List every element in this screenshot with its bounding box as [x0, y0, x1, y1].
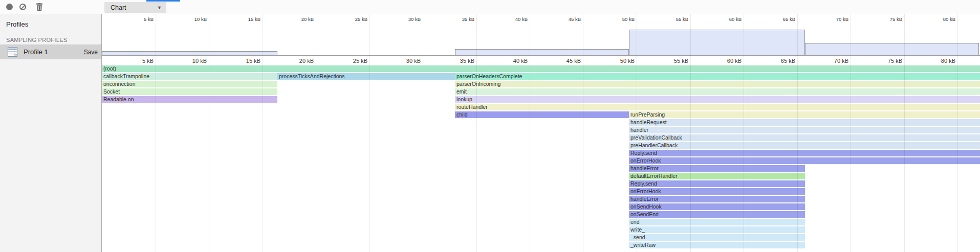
sidebar-item-profile-1[interactable]: % Profile 1 Save [0, 44, 101, 59]
flame-block-label: Reply.send [629, 150, 980, 156]
flame-block-handlerequest[interactable]: handleRequest [629, 119, 980, 126]
flame-block-prevalidationcallback[interactable]: preValidationCallback [629, 134, 980, 141]
flame-block-handler[interactable]: handler [629, 127, 980, 133]
flame-block-callbacktrampoline[interactable]: callbackTrampoline [102, 73, 277, 80]
gridline [797, 14, 798, 252]
flame-block-onconnection[interactable]: onconnection [102, 81, 277, 87]
sidebar: Profiles SAMPLING PROFILES % Profile 1 S… [0, 14, 102, 252]
flame-block-onsendend[interactable]: onSendEnd [629, 211, 805, 218]
ruler-tick-label: 40 kB [497, 16, 528, 22]
flame-block-label: handler [629, 127, 980, 133]
flame-block-label: _send [629, 234, 805, 241]
gridline [423, 14, 423, 252]
flame-block-end[interactable]: end [629, 219, 805, 225]
gridline [316, 14, 316, 252]
ruler-tick-label: 45 kB [550, 58, 581, 64]
ruler-tick-label: 55 kB [658, 16, 688, 22]
flame-block-reply-send[interactable]: Reply.send [629, 180, 805, 187]
profiles-heading: Profiles [0, 14, 101, 28]
flame-block-label: Readable.on [102, 96, 277, 103]
flame-block-defaulterrorhandler[interactable]: defaultErrorHandler [629, 173, 805, 179]
save-profile-link[interactable]: Save [84, 49, 98, 56]
flame-block-label: (root) [102, 65, 980, 72]
ruler-tick-label: 5 kB [123, 16, 154, 22]
flame-block-send[interactable]: _send [629, 234, 805, 241]
ruler-tick-label: 80 kB [925, 58, 955, 64]
flame-block-label: parserOnIncoming [455, 81, 980, 87]
chart-view-dropdown[interactable]: Chart ▼ [104, 2, 166, 13]
gridline [369, 14, 370, 252]
ruler-tick-label: 80 kB [925, 16, 955, 22]
ruler-tick-label: 40 kB [497, 58, 528, 64]
memory-profiler-window: Chart ▼ Profiles SAMPLING PROFILES % Pro… [0, 0, 980, 252]
flame-block-prehandlercallback[interactable]: preHandlerCallback [629, 142, 980, 149]
record-button[interactable] [6, 4, 13, 10]
flame-block-child[interactable]: child [455, 111, 629, 118]
flame-block-label: onSendEnd [629, 211, 805, 218]
flame-block-label: parserOnHeadersComplete [455, 73, 980, 80]
flame-block-label: preHandlerCallback [629, 142, 980, 149]
flame-block-label: handleError [629, 196, 805, 202]
flame-block-emit[interactable]: emit [455, 88, 980, 95]
flame-block-parseronheaderscomplete[interactable]: parserOnHeadersComplete [455, 73, 980, 80]
delete-profile-button[interactable] [36, 3, 43, 11]
ruler-tick-label: 20 kB [283, 16, 314, 22]
gridline [209, 14, 209, 252]
ruler-tick-label: 20 kB [283, 58, 314, 64]
flame-block-label: lookup [455, 96, 980, 103]
ruler-tick-label: 30 kB [390, 58, 421, 64]
flame-block-parseronincoming[interactable]: parserOnIncoming [455, 81, 980, 87]
flame-block-onsendhook[interactable]: onSendHook [629, 203, 805, 210]
ruler-tick-label: 70 kB [818, 16, 848, 22]
flame-block-root[interactable]: (root) [102, 65, 980, 72]
gridline [476, 14, 477, 252]
flame-block-label: write_ [629, 226, 805, 233]
ruler-tick-label: 60 kB [711, 58, 742, 64]
trash-icon [36, 3, 43, 11]
ruler-tick-label: 10 kB [176, 58, 207, 64]
ruler-tick-label: 10 kB [176, 16, 207, 22]
flame-block-write[interactable]: write_ [629, 226, 805, 233]
ruler-tick-label: 25 kB [337, 16, 367, 22]
flame-block-label: Socket [102, 88, 277, 95]
ruler-tick-label: 55 kB [658, 58, 688, 64]
flame-block-routehandler[interactable]: routeHandler [455, 104, 980, 110]
gridline [530, 14, 530, 252]
flame-block-onerrorhook[interactable]: onErrorHook [629, 188, 805, 195]
ruler-tick-label: 25 kB [337, 58, 367, 64]
flame-block-processticksandrejections[interactable]: processTicksAndRejections [277, 73, 455, 80]
table-percent-icon: % [8, 47, 17, 57]
flame-block-runpreparsing[interactable]: runPreParsing [629, 111, 980, 118]
flame-block-label: Reply.send [629, 180, 805, 187]
block-circle-icon [19, 4, 26, 10]
flame-rows: (root)callbackTrampolineprocessTicksAndR… [102, 14, 980, 252]
flame-block-label: defaultErrorHandler [629, 173, 805, 179]
flame-block-writeraw[interactable]: _writeRaw [629, 242, 805, 248]
ruler-tick-label: 30 kB [390, 16, 421, 22]
ruler-tick-label: 65 kB [765, 58, 795, 64]
ruler-tick-label: 35 kB [444, 58, 474, 64]
flame-block-socket[interactable]: Socket [102, 88, 277, 95]
clear-profiles-button[interactable] [19, 4, 26, 10]
record-circle-icon [6, 4, 13, 10]
gridline [263, 14, 263, 252]
flame-block-label: routeHandler [455, 104, 980, 110]
ruler-tick-label: 35 kB [444, 16, 474, 22]
ruler-tick-label: 75 kB [872, 58, 902, 64]
flame-block-label: onSendHook [629, 203, 805, 210]
ruler-tick-label: 5 kB [123, 58, 154, 64]
flame-block-lookup[interactable]: lookup [455, 96, 980, 103]
flame-block-label: runPreParsing [629, 111, 980, 118]
flame-block-label: emit [455, 88, 980, 95]
flame-block-handleerror[interactable]: handleError [629, 165, 805, 172]
flame-block-label: onconnection [102, 81, 277, 87]
flame-block-onerrorhook[interactable]: onErrorHook [629, 157, 980, 164]
flame-block-reply-send[interactable]: Reply.send [629, 150, 980, 156]
flame-block-label: handleRequest [629, 119, 980, 126]
flame-block-readable-on[interactable]: Readable.on [102, 96, 277, 103]
active-tab-indicator [146, 0, 180, 2]
gridline [583, 14, 583, 252]
ruler-tick-label: 15 kB [230, 58, 260, 64]
flame-chart-panel: 5 kB10 kB15 kB20 kB25 kB30 kB35 kB40 kB4… [102, 14, 980, 252]
flame-block-handleerror[interactable]: handleError [629, 196, 805, 202]
